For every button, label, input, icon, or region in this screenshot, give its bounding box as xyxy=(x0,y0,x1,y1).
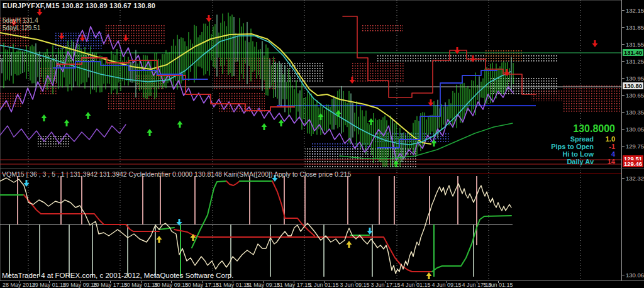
price-axis-label: 132.15 xyxy=(626,7,644,14)
main-price-chart[interactable] xyxy=(0,0,621,169)
time-axis-label: 31 May 09:15 xyxy=(246,282,280,288)
time-axis-label: 4 Jun 09:15 xyxy=(431,282,461,288)
time-axis-label: 29 May 09:15 xyxy=(63,282,97,288)
price-axis-label: 130.95 xyxy=(626,75,644,82)
red-dotted-cloud xyxy=(106,24,166,44)
mt4-chart-window: EURJPYFXF,M15 130.82 130.89 130.67 130.8… xyxy=(0,0,644,288)
time-axis-label: 29 May 17:15 xyxy=(93,282,128,288)
buy-arrow-icon xyxy=(336,110,341,117)
time-axis-label: 28 May 2013 xyxy=(3,282,35,288)
white-dotted-cloud xyxy=(376,54,558,62)
red-dotted-cloud xyxy=(531,90,563,101)
buy-arrow-icon xyxy=(42,114,47,121)
time-axis-label: 30 May 01:15 xyxy=(124,282,158,288)
indicator-chart[interactable] xyxy=(0,170,621,280)
buy-arrow-icon xyxy=(86,112,91,119)
buy-arrow-icon xyxy=(426,272,432,279)
sell-arrow-icon xyxy=(24,180,30,187)
time-axis-label: 5 Jun 01:15 xyxy=(483,282,513,288)
red-dotted-cloud xyxy=(107,92,175,109)
price-axis-label: 130.063 xyxy=(626,272,644,279)
price-axis-label: 130.35 xyxy=(626,109,644,116)
sell-arrow-icon xyxy=(37,9,43,16)
red-dotted-cloud xyxy=(362,24,403,33)
price-axis-marker-green: 131.40 xyxy=(623,49,643,56)
price-axis-label: 130.65 xyxy=(626,92,644,99)
time-axis-label: 3 Jun 17:15 xyxy=(370,282,400,288)
time-axis-label: 31 May 01:15 xyxy=(216,282,250,288)
sell-arrow-icon xyxy=(504,69,510,76)
sell-arrow-icon xyxy=(206,15,212,22)
time-axis[interactable]: 28 May 201329 May 01:1529 May 09:1529 Ma… xyxy=(0,280,644,288)
buy-arrow-icon xyxy=(347,241,352,248)
price-axis-label: 132.324 xyxy=(626,175,644,182)
price-axis-label: 130.05 xyxy=(626,126,644,133)
buy-arrow-icon xyxy=(157,236,162,243)
time-axis-label: 3 Jun 09:15 xyxy=(340,282,369,288)
buy-arrow-icon xyxy=(147,129,153,136)
sell-arrow-icon xyxy=(272,175,278,182)
buy-arrow-icon xyxy=(177,121,183,128)
time-axis-label: 4 Jun 01:15 xyxy=(401,282,430,288)
price-axis-label: 131.55 xyxy=(626,41,644,48)
time-axis-label: 31 May 17:15 xyxy=(277,282,311,288)
price-axis[interactable]: 132.15131.85131.55131.40131.25130.95130.… xyxy=(621,0,644,280)
orange-dotted-cloud xyxy=(484,49,523,61)
buy-arrow-icon xyxy=(262,123,267,130)
sell-arrow-icon xyxy=(592,40,598,47)
time-axis-label: 29 May 01:15 xyxy=(32,282,67,288)
time-axis-label: 30 May 09:15 xyxy=(154,282,189,288)
buy-arrow-icon xyxy=(369,118,374,125)
price-axis-label: 131.25 xyxy=(626,58,644,65)
panel-separator xyxy=(0,169,644,169)
price-axis-label: 131.85 xyxy=(626,24,644,31)
red-dotted-cloud xyxy=(352,63,404,82)
red-dotted-cloud xyxy=(563,86,621,112)
price-axis-marker-white: 130.80 xyxy=(623,82,643,89)
white-dotted-cloud xyxy=(36,135,70,147)
buy-arrow-icon xyxy=(64,119,70,126)
price-axis-label: 129.75 xyxy=(626,143,644,150)
buy-arrow-icon xyxy=(279,119,284,126)
time-axis-label: 1 Jun 01:15 xyxy=(309,282,338,288)
price-axis-marker-red: 129.46 xyxy=(623,160,643,167)
indicator-panel[interactable]: VQM15 | 36 , 3 , 5 , 1 | 131.3942 131.39… xyxy=(0,170,621,280)
time-axis-label: 30 May 17:15 xyxy=(185,282,219,288)
